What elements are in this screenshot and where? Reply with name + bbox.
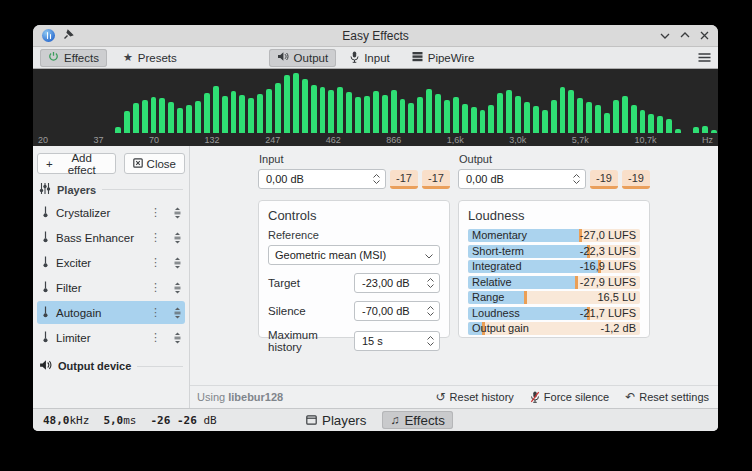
spinbox-arrows-icon[interactable]: [427, 336, 434, 346]
item-menu-icon[interactable]: ⋮: [150, 331, 161, 344]
spectrum-bar: [506, 90, 512, 133]
spectrum-bar: [640, 110, 646, 133]
drag-handle-icon[interactable]: [173, 307, 182, 319]
input-gain-spinbox[interactable]: 0,00 dB: [258, 169, 386, 189]
loudness-metric-label: Loudness: [472, 307, 520, 320]
drag-handle-icon[interactable]: [173, 257, 182, 269]
drag-handle-icon[interactable]: [173, 232, 182, 244]
spectrum-bar: [657, 116, 663, 133]
effect-plugin-icon: [41, 256, 50, 270]
reference-dropdown[interactable]: Geometric mean (MSI): [268, 245, 440, 265]
pin-icon[interactable]: [63, 29, 74, 42]
output-gain-label: Output: [459, 153, 650, 165]
freq-label: 10,7k: [634, 135, 656, 145]
statusbar-tab-effects[interactable]: ♫ Effects: [382, 411, 453, 429]
effects-sidebar: + Add effect Close Players Crystalizer⋮B…: [33, 146, 190, 408]
spectrum-bar: [257, 94, 263, 133]
spectrum-bar: [453, 97, 459, 133]
freq-label: 70: [149, 135, 159, 145]
silence-spinbox[interactable]: -70,00 dB: [354, 301, 440, 321]
spinbox-arrows-icon[interactable]: [373, 174, 380, 184]
spectrum-bar: [542, 110, 548, 133]
spectrum-analyzer: 2037701322474628661,6k3,0k5,7k10,7kHz: [33, 69, 718, 146]
input-level-meter-left: -17: [390, 170, 418, 189]
freq-label: 20: [38, 135, 48, 145]
drag-handle-icon[interactable]: [173, 332, 182, 344]
spectrum-bar: [231, 91, 237, 133]
sidebar-item-autogain[interactable]: Autogain⋮: [37, 301, 185, 324]
drag-handle-icon[interactable]: [173, 282, 182, 294]
loudness-metric-label: Relative: [472, 276, 512, 289]
spectrum-bar: [524, 102, 530, 133]
spectrum-bar: [577, 98, 583, 133]
loudness-metric-value: -1,2 dB: [601, 322, 636, 335]
autogain-panel: Input 0,00 dB -17 -17: [190, 146, 718, 385]
tab-output[interactable]: Output: [269, 49, 337, 67]
spectrum-bar: [391, 90, 397, 133]
sidebar-item-limiter[interactable]: Limiter⋮: [37, 326, 185, 349]
input-gain-label: Input: [259, 153, 450, 165]
loudness-metric-label: Integrated: [472, 260, 522, 273]
minimize-icon[interactable]: [660, 32, 670, 39]
loudness-card: Loudness Momentary-27,0 LUFSShort-term-2…: [458, 200, 650, 338]
spectrum-bar: [302, 79, 308, 133]
spectrum-bar: [133, 103, 139, 133]
spectrum-bar: [266, 89, 272, 133]
sidebar-item-crystalizer[interactable]: Crystalizer⋮: [37, 201, 185, 224]
tab-pipewire[interactable]: PipeWire: [404, 49, 483, 67]
spectrum-bar: [213, 86, 219, 133]
freq-label: 1,6k: [447, 135, 464, 145]
sidebar-item-bass-enhancer[interactable]: Bass Enhancer⋮: [37, 226, 185, 249]
spectrum-bar: [346, 92, 352, 133]
output-gain-spinbox[interactable]: 0,00 dB: [458, 169, 586, 189]
spinbox-arrows-icon[interactable]: [427, 306, 434, 316]
spectrum-bar: [239, 95, 245, 133]
loudness-metric-label: Short-term: [472, 245, 524, 258]
spectrum-bar: [337, 87, 343, 133]
toolbar: Effects ★ Presets Output Input: [33, 47, 718, 69]
sidebar-item-filter[interactable]: Filter⋮: [37, 276, 185, 299]
item-menu-icon[interactable]: ⋮: [150, 281, 161, 294]
maximize-icon[interactable]: [680, 32, 690, 39]
loudness-row-momentary: Momentary-27,0 LUFS: [468, 229, 640, 242]
target-spinbox[interactable]: -23,00 dB: [354, 273, 440, 293]
item-menu-icon[interactable]: ⋮: [150, 231, 161, 244]
close-window-icon[interactable]: [700, 31, 709, 40]
spectrum-bar: [462, 104, 468, 133]
reset-settings-button[interactable]: ↶ Reset settings: [625, 391, 709, 403]
force-silence-button[interactable]: Force silence: [530, 391, 609, 403]
loudness-metric-value: 16,5 LU: [597, 291, 636, 304]
spectrum-bar: [515, 96, 521, 133]
spectrum-bar: [480, 110, 486, 133]
add-effect-button[interactable]: + Add effect: [37, 153, 116, 174]
muted-microphone-icon: [530, 391, 540, 403]
drag-handle-icon[interactable]: [173, 207, 182, 219]
maximum-history-spinbox[interactable]: 15 s: [354, 331, 440, 351]
input-level-meter-right: -17: [422, 170, 450, 189]
spectrum-bar: [382, 95, 388, 133]
loudness-marker: [575, 276, 578, 289]
item-menu-icon[interactable]: ⋮: [150, 206, 161, 219]
speaker-icon: [277, 51, 289, 64]
tab-input[interactable]: Input: [342, 49, 398, 67]
loudness-row-relative: Relative-27,9 LUFS: [468, 276, 640, 289]
titlebar[interactable]: Easy Effects: [33, 25, 718, 47]
close-sidebar-button[interactable]: Close: [124, 153, 185, 174]
sidebar-item-exciter[interactable]: Exciter⋮: [37, 251, 185, 274]
spectrum-bar: [471, 107, 477, 133]
item-menu-icon[interactable]: ⋮: [150, 256, 161, 269]
plugin-footer: Using libebur128 ↺ Reset history Force s…: [190, 385, 718, 408]
spinbox-arrows-icon[interactable]: [573, 174, 580, 184]
effect-plugin-icon: [41, 231, 50, 245]
statusbar: 48,0kHz5,0ms-26 -26 dB Players ♫ Effects: [33, 408, 718, 431]
undo-icon: ↶: [625, 391, 635, 403]
spinbox-arrows-icon[interactable]: [427, 278, 434, 288]
hamburger-menu-icon[interactable]: [698, 53, 711, 62]
item-menu-icon[interactable]: ⋮: [150, 306, 161, 319]
loudness-marker: [524, 291, 527, 304]
effect-plugin-icon: [41, 306, 50, 320]
statusbar-tab-players[interactable]: Players: [298, 411, 374, 429]
reset-history-button[interactable]: ↺ Reset history: [436, 391, 514, 403]
spectrum-bar: [284, 75, 290, 133]
spectrum-bars: [33, 69, 718, 133]
